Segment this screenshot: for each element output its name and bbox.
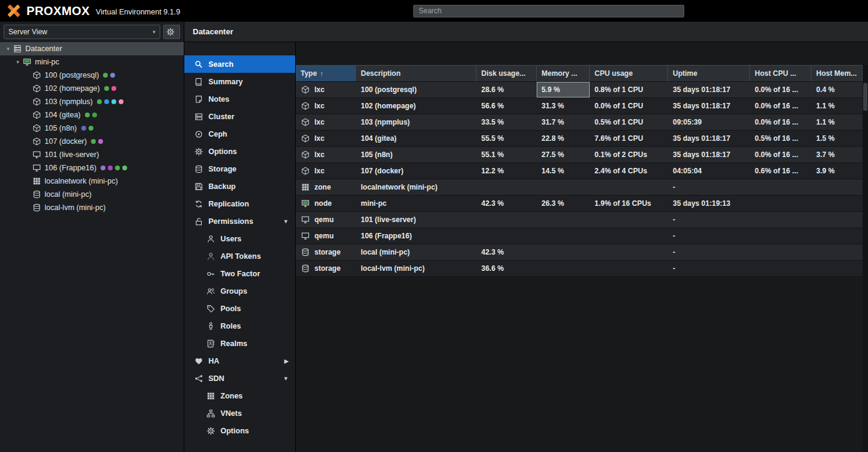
cell-mem[interactable]	[537, 212, 590, 228]
cell-desc[interactable]: 103 (npmplus)	[356, 114, 476, 130]
cell-mem[interactable]: 5.9 %	[537, 82, 590, 98]
cell-cpu[interactable]	[590, 179, 668, 195]
menu-item-options[interactable]: Options	[184, 143, 295, 160]
column-header-description[interactable]: Description	[356, 66, 476, 81]
cell-disk[interactable]: 56.6 %	[476, 98, 537, 114]
cell-hostcpu[interactable]: 0.6% of 16 ...	[750, 163, 811, 179]
cell-hostcpu[interactable]	[750, 228, 811, 244]
tree-item-107-docker[interactable]: 107 (docker)	[0, 135, 184, 148]
cell-uptime[interactable]: 35 days 01:19:13	[668, 196, 750, 211]
scrollbar-thumb[interactable]	[863, 83, 867, 111]
menu-item-ceph[interactable]: Ceph	[184, 125, 295, 143]
table-row-105-n8n[interactable]: lxc105 (n8n)55.1 %27.5 %0.1% of 2 CPUs35…	[296, 147, 863, 163]
table-row-102-homepage[interactable]: lxc102 (homepage)56.6 %31.3 %0.0% of 1 C…	[296, 98, 863, 114]
cell-hostcpu[interactable]	[750, 244, 811, 260]
cell-hostmem[interactable]	[811, 196, 863, 211]
cell-type[interactable]: qemu	[296, 228, 356, 244]
menu-item-groups[interactable]: Groups	[184, 282, 295, 300]
cell-desc[interactable]: 102 (homepage)	[356, 98, 476, 114]
menu-item-pools[interactable]: Pools	[184, 300, 295, 317]
cell-disk[interactable]: 42.3 %	[476, 244, 537, 260]
cell-hostcpu[interactable]: 0.5% of 16 ...	[750, 131, 811, 146]
menu-item-users[interactable]: Users	[184, 230, 295, 247]
cell-cpu[interactable]: 0.8% of 1 CPU	[590, 82, 668, 98]
cell-hostcpu[interactable]	[750, 212, 811, 228]
cell-uptime[interactable]: 09:05:39	[668, 114, 750, 130]
tree-item-106-frappe16[interactable]: 106 (Frappe16)	[0, 161, 184, 175]
table-row-local-lvm-mini-pc[interactable]: storagelocal-lvm (mini-pc)36.6 %-	[296, 261, 863, 277]
cell-desc[interactable]: mini-pc	[356, 196, 476, 211]
menu-item-options[interactable]: Options	[184, 422, 295, 439]
tree-item-105-n8n[interactable]: 105 (n8n)	[0, 122, 184, 135]
menu-item-permissions[interactable]: Permissions▼	[184, 212, 295, 230]
column-header-memory[interactable]: Memory ...	[537, 66, 590, 81]
tree-item-103-npmplus[interactable]: 103 (npmplus)	[0, 95, 184, 108]
tree-item-102-homepage[interactable]: 102 (homepage)	[0, 82, 184, 95]
cell-uptime[interactable]: 04:05:04	[668, 163, 750, 179]
table-row-100-postgresql[interactable]: lxc100 (postgresql)28.6 %5.9 %0.8% of 1 …	[296, 82, 863, 98]
cell-type[interactable]: qemu	[296, 212, 356, 228]
cell-cpu[interactable]	[590, 244, 668, 260]
cell-hostmem[interactable]	[811, 228, 863, 244]
menu-item-sdn[interactable]: SDN▼	[184, 370, 295, 387]
menu-item-ha[interactable]: HA▶	[184, 352, 295, 370]
cell-cpu[interactable]: 0.1% of 2 CPUs	[590, 147, 668, 163]
cell-desc[interactable]: local-lvm (mini-pc)	[356, 261, 476, 276]
view-selector-dropdown[interactable]: Server View ▾	[4, 25, 160, 39]
menu-item-backup[interactable]: Backup	[184, 178, 295, 195]
cell-mem[interactable]: 31.3 %	[537, 98, 590, 114]
cell-desc[interactable]: 104 (gitea)	[356, 131, 476, 146]
menu-item-summary[interactable]: Summary	[184, 73, 295, 90]
caret-down-icon[interactable]: ▼	[283, 218, 289, 224]
cell-mem[interactable]: 22.8 %	[537, 131, 590, 146]
cell-disk[interactable]	[476, 228, 537, 244]
cell-desc[interactable]: local (mini-pc)	[356, 244, 476, 260]
tree-item-104-gitea[interactable]: 104 (gitea)	[0, 108, 184, 122]
cell-disk[interactable]: 12.2 %	[476, 163, 537, 179]
table-row-localnetwork-mini-pc[interactable]: zonelocalnetwork (mini-pc)-	[296, 179, 863, 196]
global-search-input[interactable]	[413, 5, 684, 17]
table-row-107-docker[interactable]: lxc107 (docker)12.2 %14.5 %2.4% of 4 CPU…	[296, 163, 863, 179]
cell-cpu[interactable]: 1.9% of 16 CPUs	[590, 196, 668, 211]
tree-item-datacenter[interactable]: ▾Datacenter	[0, 42, 184, 55]
menu-item-cluster[interactable]: Cluster	[184, 108, 295, 125]
cell-hostcpu[interactable]: 0.0% of 16 ...	[750, 114, 811, 130]
cell-desc[interactable]: 106 (Frappe16)	[356, 228, 476, 244]
column-header-uptime[interactable]: Uptime	[668, 66, 750, 81]
table-row-mini-pc[interactable]: nodemini-pc42.3 %26.3 %1.9% of 16 CPUs35…	[296, 196, 863, 212]
cell-hostcpu[interactable]: 0.0% of 16 ...	[750, 147, 811, 163]
cell-mem[interactable]	[537, 228, 590, 244]
cell-hostmem[interactable]	[811, 179, 863, 195]
cell-hostmem[interactable]: 1.1 %	[811, 98, 863, 114]
tree-item-localnetwork-mini-pc[interactable]: localnetwork (mini-pc)	[0, 175, 184, 188]
cell-hostmem[interactable]: 1.1 %	[811, 114, 863, 130]
cell-desc[interactable]: 107 (docker)	[356, 163, 476, 179]
cell-hostmem[interactable]	[811, 212, 863, 228]
cell-type[interactable]: storage	[296, 244, 356, 260]
menu-item-two-factor[interactable]: Two Factor	[184, 265, 295, 282]
cell-cpu[interactable]	[590, 228, 668, 244]
cell-hostcpu[interactable]	[750, 179, 811, 195]
cell-uptime[interactable]: 35 days 01:18:17	[668, 82, 750, 98]
caret-down-icon[interactable]: ▼	[283, 376, 289, 382]
cell-hostmem[interactable]: 1.5 %	[811, 131, 863, 146]
cell-type[interactable]: zone	[296, 179, 356, 195]
cell-uptime[interactable]: 35 days 01:18:17	[668, 98, 750, 114]
table-row-local-mini-pc[interactable]: storagelocal (mini-pc)42.3 %-	[296, 244, 863, 261]
cell-mem[interactable]: 26.3 %	[537, 196, 590, 211]
cell-mem[interactable]	[537, 244, 590, 260]
cell-disk[interactable]: 36.6 %	[476, 261, 537, 276]
cell-type[interactable]: node	[296, 196, 356, 211]
cell-type[interactable]: lxc	[296, 131, 356, 146]
table-scrollbar[interactable]	[863, 65, 868, 452]
menu-item-replication[interactable]: Replication	[184, 195, 295, 212]
table-row-104-gitea[interactable]: lxc104 (gitea)55.5 %22.8 %7.6% of 1 CPU3…	[296, 131, 863, 147]
cell-hostmem[interactable]: 3.7 %	[811, 147, 863, 163]
menu-item-storage[interactable]: Storage	[184, 160, 295, 178]
cell-desc[interactable]: 100 (postgresql)	[356, 82, 476, 98]
table-row-101-live-server[interactable]: qemu101 (live-server)-	[296, 212, 863, 228]
cell-mem[interactable]	[537, 179, 590, 195]
cell-type[interactable]: lxc	[296, 98, 356, 114]
tree-settings-button[interactable]	[163, 25, 180, 39]
cell-disk[interactable]: 33.5 %	[476, 114, 537, 130]
